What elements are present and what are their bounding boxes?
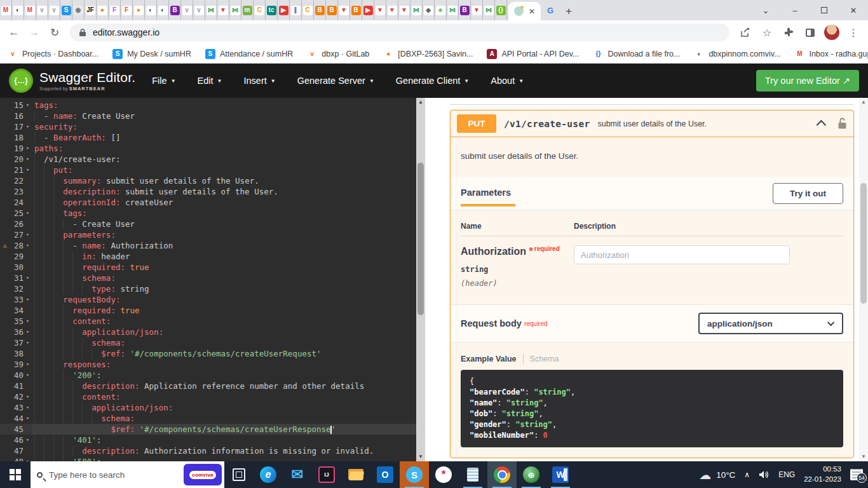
browser-tab[interactable]: ▶	[278, 0, 290, 20]
code-line[interactable]: 25▾tags:	[0, 208, 416, 219]
code-line[interactable]: 44▾schema:	[0, 413, 416, 424]
bookmark-item[interactable]: {}Download a file fro...	[593, 49, 680, 59]
editor-scrollbar[interactable]: ▲ ▼	[416, 98, 425, 461]
word-taskbar-button[interactable]: W	[546, 461, 575, 488]
file-explorer-taskbar-button[interactable]	[341, 461, 370, 488]
browser-tab[interactable]: F	[121, 0, 133, 20]
browser-tab[interactable]: ∨	[36, 0, 48, 20]
scroll-down-icon[interactable]: ▼	[859, 452, 868, 461]
bookmark-item[interactable]: AAPI Portal - API Dev...	[487, 49, 579, 59]
outlook-taskbar-button[interactable]: O	[370, 461, 400, 488]
bookmark-item[interactable]: MInbox - radha.gupta...	[794, 49, 868, 59]
globe-app-taskbar-button[interactable]: ⊕	[517, 461, 546, 488]
code-line[interactable]: 38$ref: '#/components/schemas/createUser…	[0, 348, 416, 359]
code-line[interactable]: 46▾'401':	[0, 435, 416, 445]
skype-taskbar-button[interactable]: S	[400, 461, 429, 488]
yaml-editor[interactable]: 15▾tags:16- name: Create User17▾security…	[0, 98, 416, 461]
start-button[interactable]	[0, 461, 31, 488]
browser-tab[interactable]: ▼	[338, 0, 350, 20]
code-line[interactable]: 30required: true	[0, 262, 416, 273]
browser-tab[interactable]: ⋈	[447, 0, 459, 20]
close-window-button[interactable]: ✕	[839, 0, 868, 20]
code-line[interactable]: ⚠28▾- name: Authorization	[0, 240, 416, 251]
code-line[interactable]: 43▾application/json:	[0, 402, 416, 413]
bookmark-item[interactable]: SMy Desk / sumHR	[112, 49, 191, 59]
address-bar[interactable]: editor.swagger.io	[70, 24, 729, 41]
scroll-up-icon[interactable]: ▲	[416, 98, 425, 107]
browser-tab[interactable]: M	[0, 0, 12, 20]
browser-tab[interactable]: ●	[133, 0, 145, 20]
bookmark-item[interactable]: ◐dbxpinnom.comviv...	[694, 49, 780, 59]
new-tab-button[interactable]: +	[560, 3, 578, 20]
code-line[interactable]: 35▾content:	[0, 316, 416, 327]
scroll-down-icon[interactable]: ▼	[416, 452, 425, 461]
volume-icon[interactable]	[759, 470, 770, 479]
profile-avatar[interactable]	[822, 24, 841, 41]
tab-search-icon[interactable]: ⌄	[751, 0, 780, 20]
authorization-input[interactable]	[574, 245, 790, 264]
code-line[interactable]: 45$ref: '#/components/schemas/createUser…	[0, 424, 416, 435]
code-line[interactable]: 22summary: submit user details of the Us…	[0, 175, 416, 186]
menu-file[interactable]: File▼	[152, 76, 175, 86]
preview-scrollbar[interactable]: ▲ ▼	[859, 98, 868, 461]
intellij-taskbar-button[interactable]: IJ	[312, 461, 341, 488]
code-line[interactable]: 40▾'200':	[0, 370, 416, 381]
browser-tab[interactable]: ●	[97, 0, 109, 20]
code-line[interactable]: 47description: Authorization information…	[0, 445, 416, 456]
code-line[interactable]: 34required: true	[0, 305, 416, 316]
browser-tab[interactable]: ◈	[423, 0, 435, 20]
bookmark-item[interactable]: ∨Projects · Dashboar...	[8, 49, 98, 59]
browser-tab[interactable]: M	[24, 0, 36, 20]
language-indicator[interactable]: ENG	[778, 470, 795, 479]
share-icon[interactable]	[736, 24, 755, 41]
minimize-button[interactable]: –	[780, 0, 810, 20]
browser-tab[interactable]: tc	[266, 0, 278, 20]
tray-expand-icon[interactable]: ∧	[744, 470, 750, 479]
browser-tab[interactable]: ⋈	[229, 0, 241, 20]
browser-tab[interactable]: B	[326, 0, 338, 20]
code-line[interactable]: 32type: string	[0, 283, 416, 294]
notepad-taskbar-button[interactable]	[458, 461, 487, 488]
menu-insert[interactable]: Insert▼	[243, 76, 275, 86]
code-line[interactable]: 15▾tags:	[0, 100, 416, 111]
weather-widget[interactable]: ☁ 10°C	[699, 468, 735, 482]
browser-tab[interactable]: B	[169, 0, 181, 20]
auth-unlocked-icon[interactable]	[837, 118, 847, 130]
browser-tab[interactable]: ◐	[157, 0, 169, 20]
code-line[interactable]: 37▾schema:	[0, 337, 416, 348]
editor-scrollbar-thumb[interactable]	[417, 163, 424, 315]
reload-button[interactable]: ↻	[46, 24, 64, 41]
mail-taskbar-button[interactable]: ✉	[283, 461, 312, 488]
code-line[interactable]: 20▾/v1/create-user:	[0, 154, 416, 165]
browser-tab[interactable]: ◐	[12, 0, 24, 20]
browser-tab[interactable]: ◐	[145, 0, 157, 20]
browser-tab[interactable]: m	[241, 0, 254, 20]
browser-tab[interactable]: ▼	[398, 0, 410, 20]
browser-menu-icon[interactable]: ⋮	[844, 24, 863, 41]
browser-tab[interactable]: C	[302, 0, 314, 20]
code-line[interactable]: 23description: submit user details of th…	[0, 186, 416, 197]
browser-tab[interactable]: ⋈	[205, 0, 217, 20]
browser-tab[interactable]: ♣	[435, 0, 447, 20]
code-line[interactable]: 42▾content:	[0, 391, 416, 402]
clock[interactable]: 00:53 22-01-2023	[804, 464, 841, 484]
google-tab[interactable]: G	[541, 0, 560, 20]
code-line[interactable]: 24operationId: createUser	[0, 197, 416, 208]
forward-button[interactable]: →	[25, 24, 43, 41]
browser-tab[interactable]: ◉	[72, 0, 85, 20]
bookmark-item[interactable]: SAttendance / sumHR	[205, 49, 293, 59]
code-line[interactable]: 29in: header	[0, 251, 416, 262]
edge-taskbar-button[interactable]: e	[254, 461, 283, 488]
browser-tab[interactable]: C	[254, 0, 266, 20]
code-line[interactable]: 16- name: Create User	[0, 111, 416, 121]
code-line[interactable]: 27▾parameters:	[0, 229, 416, 240]
restore-button[interactable]	[810, 0, 839, 20]
bookmark-item[interactable]: ●[DBXP-2563] Savin...	[383, 49, 473, 59]
menu-about[interactable]: About▼	[491, 76, 524, 86]
code-line[interactable]: 36▾application/json:	[0, 327, 416, 337]
menu-generate-client[interactable]: Generate Client▼	[396, 76, 469, 86]
browser-tab[interactable]: S	[60, 0, 72, 20]
collapse-chevron-icon[interactable]	[817, 120, 827, 130]
code-line[interactable]: 19▾paths:	[0, 143, 416, 154]
code-line[interactable]: 41description: Application reference num…	[0, 381, 416, 391]
